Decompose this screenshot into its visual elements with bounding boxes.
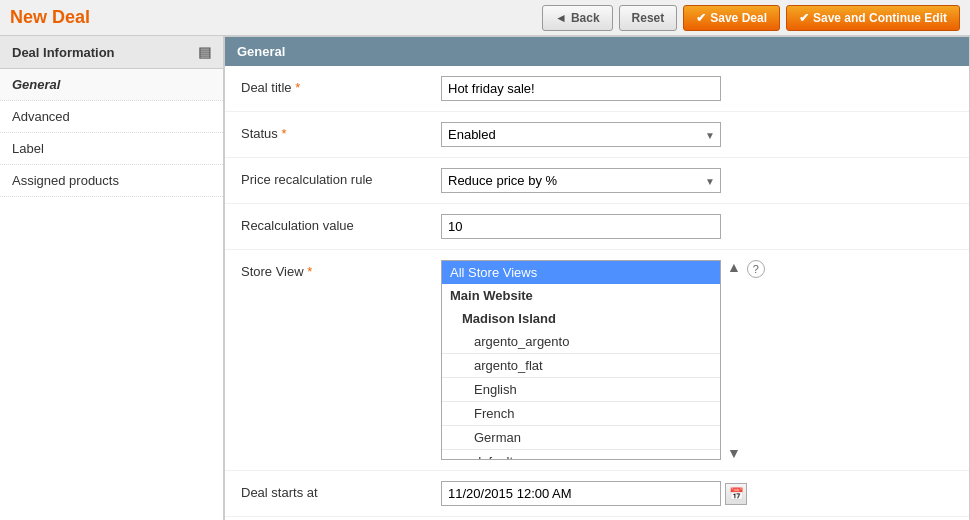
status-label: Status *	[241, 122, 441, 141]
required-star: *	[295, 80, 300, 95]
store-option-main-website[interactable]: Main Website	[442, 284, 720, 307]
deal-title-label: Deal title *	[241, 76, 441, 95]
recalc-value-label: Recalculation value	[241, 214, 441, 233]
recalc-value-row: Recalculation value	[225, 204, 969, 250]
deal-starts-input[interactable]	[441, 481, 721, 506]
sidebar-item-label[interactable]: Label	[0, 133, 223, 165]
store-option-english[interactable]: English	[442, 378, 720, 402]
save-deal-icon: ✔	[696, 11, 706, 25]
form-area: General Deal title * Status *	[224, 36, 970, 520]
store-option-french[interactable]: French	[442, 402, 720, 426]
page-title: New Deal	[10, 7, 90, 28]
save-continue-icon: ✔	[799, 11, 809, 25]
status-select[interactable]: Enabled Disabled	[441, 122, 721, 147]
main-layout: Deal Information ▤ General Advanced Labe…	[0, 36, 970, 520]
status-field: Enabled Disabled ▼	[441, 122, 953, 147]
store-view-field: All Store Views Main Website Madison Isl…	[441, 260, 953, 460]
sidebar-collapse-icon[interactable]: ▤	[198, 44, 211, 60]
store-option-madison-island[interactable]: Madison Island	[442, 307, 720, 330]
status-select-wrapper: Enabled Disabled ▼	[441, 122, 721, 147]
recalc-value-field	[441, 214, 953, 239]
header-buttons: ◄ Back Reset ✔ Save Deal ✔ Save and Cont…	[542, 5, 960, 31]
save-and-continue-button[interactable]: ✔ Save and Continue Edit	[786, 5, 960, 31]
store-view-listbox[interactable]: All Store Views Main Website Madison Isl…	[441, 260, 721, 460]
section-header: General	[225, 37, 969, 66]
store-option-default[interactable]: default	[442, 450, 720, 460]
required-star-store: *	[307, 264, 312, 279]
sidebar: Deal Information ▤ General Advanced Labe…	[0, 36, 224, 520]
deal-title-row: Deal title *	[225, 66, 969, 112]
store-option-german[interactable]: German	[442, 426, 720, 450]
sidebar-item-advanced[interactable]: Advanced	[0, 101, 223, 133]
store-view-container: All Store Views Main Website Madison Isl…	[441, 260, 765, 460]
store-option-argento-argento[interactable]: argento_argento	[442, 330, 720, 354]
content-area: General Deal title * Status *	[224, 36, 970, 520]
scroll-down-icon[interactable]: ▼	[727, 446, 741, 460]
sidebar-item-general[interactable]: General	[0, 69, 223, 101]
top-bar: New Deal ◄ Back Reset ✔ Save Deal ✔ Save…	[0, 0, 970, 36]
back-button[interactable]: ◄ Back	[542, 5, 613, 31]
store-view-label: Store View *	[241, 260, 441, 279]
store-option-argento-flat[interactable]: argento_flat	[442, 354, 720, 378]
deal-starts-field: 📅	[441, 481, 953, 506]
price-rule-label: Price recalculation rule	[241, 168, 441, 187]
reset-button[interactable]: Reset	[619, 5, 678, 31]
store-scroll-buttons: ▲ ▼	[727, 260, 741, 460]
back-arrow-icon: ◄	[555, 11, 567, 25]
scroll-up-icon[interactable]: ▲	[727, 260, 741, 274]
sidebar-item-assigned-products[interactable]: Assigned products	[0, 165, 223, 197]
deal-title-input[interactable]	[441, 76, 721, 101]
deal-starts-label: Deal starts at	[241, 481, 441, 500]
recalc-value-input[interactable]	[441, 214, 721, 239]
price-rule-field: Reduce price by % Reduce price by fixed …	[441, 168, 953, 193]
required-star-status: *	[281, 126, 286, 141]
sidebar-heading: Deal Information	[12, 45, 115, 60]
price-rule-row: Price recalculation rule Reduce price by…	[225, 158, 969, 204]
sidebar-header: Deal Information ▤	[0, 36, 223, 69]
store-option-all[interactable]: All Store Views	[442, 261, 720, 284]
store-view-row: Store View * All Store Views Main Websit…	[225, 250, 969, 471]
save-deal-button[interactable]: ✔ Save Deal	[683, 5, 780, 31]
deal-starts-date-wrapper: 📅	[441, 481, 747, 506]
price-rule-select[interactable]: Reduce price by % Reduce price by fixed …	[441, 168, 721, 193]
status-row: Status * Enabled Disabled ▼	[225, 112, 969, 158]
store-view-help-icon[interactable]: ?	[747, 260, 765, 278]
price-rule-select-wrapper: Reduce price by % Reduce price by fixed …	[441, 168, 721, 193]
deal-title-field	[441, 76, 953, 101]
deal-starts-row: Deal starts at 📅	[225, 471, 969, 517]
deal-starts-calendar-icon[interactable]: 📅	[725, 483, 747, 505]
